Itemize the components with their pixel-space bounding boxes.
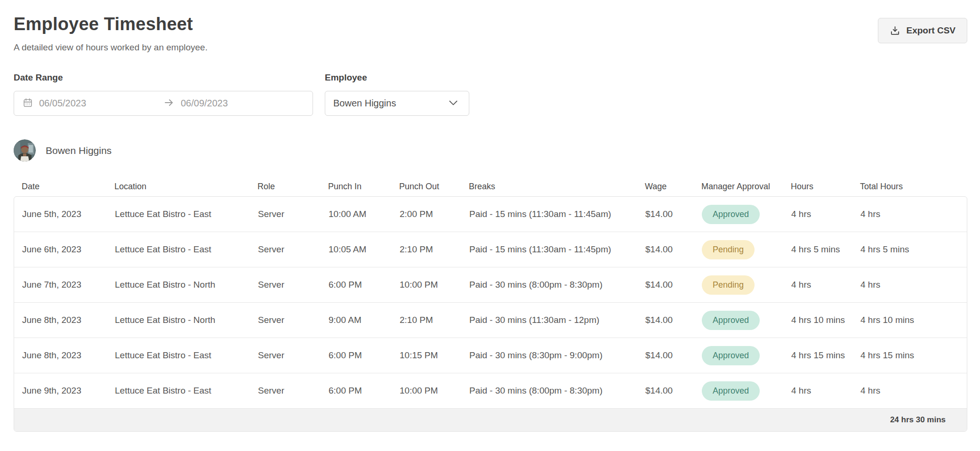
cell-punch-in: 10:05 AM [321,244,392,255]
cell-punch-in: 6:00 PM [321,386,392,396]
cell-date: June 5th, 2023 [14,209,107,219]
employee-timesheet-page: Employee Timesheet A detailed view of ho… [0,0,980,451]
cell-punch-in: 6:00 PM [321,280,392,290]
download-icon [890,25,900,36]
timesheet-table: Date Location Role Punch In Punch Out Br… [14,177,967,432]
cell-total-hours: 4 hrs [852,386,967,396]
cell-date: June 7th, 2023 [14,280,107,290]
start-date-value: 06/05/2023 [39,98,86,109]
employee-select[interactable]: Bowen Higgins [325,91,469,116]
approval-badge: Approved [702,381,760,401]
arrow-right-icon [163,97,175,110]
cell-punch-out: 10:00 PM [392,280,461,290]
approval-badge: Approved [702,205,760,224]
cell-date: June 8th, 2023 [14,350,107,361]
filters: Date Range 06/05/2023 [14,72,967,116]
col-header-breaks: Breaks [461,182,637,192]
page-subtitle: A detailed view of hours worked by an em… [14,42,208,53]
employee-select-value: Bowen Higgins [333,98,396,109]
cell-breaks: Paid - 15 mins (11:30am - 11:45pm) [461,244,637,255]
export-csv-label: Export CSV [906,25,956,36]
cell-wage: $14.00 [637,350,694,361]
cell-date: June 8th, 2023 [14,315,107,325]
cell-role: Server [250,244,321,255]
cell-date: June 6th, 2023 [14,244,107,255]
calendar-icon [23,97,33,110]
cell-total-hours: 4 hrs [852,280,967,290]
table-footer: 24 hrs 30 mins [14,409,967,431]
page-title: Employee Timesheet [14,14,208,34]
cell-location: Lettuce Eat Bistro - North [107,280,250,290]
table-row: June 8th, 2023 Lettuce Eat Bistro - Nort… [14,303,967,338]
cell-hours: 4 hrs [783,209,852,219]
cell-punch-in: 9:00 AM [321,315,392,325]
table-header-row: Date Location Role Punch In Punch Out Br… [14,177,967,196]
table-row: June 9th, 2023 Lettuce Eat Bistro - East… [14,373,967,409]
cell-breaks: Paid - 15 mins (11:30am - 11:45am) [461,209,637,219]
date-range-filter: Date Range 06/05/2023 [14,72,313,116]
cell-hours: 4 hrs 10 mins [783,315,852,325]
cell-breaks: Paid - 30 mins (8:00pm - 8:30pm) [461,280,637,290]
cell-punch-out: 10:00 PM [392,386,461,396]
cell-total-hours: 4 hrs 10 mins [852,315,967,325]
cell-punch-out: 2:10 PM [392,244,461,255]
cell-location: Lettuce Eat Bistro - East [107,209,250,219]
table-row: June 7th, 2023 Lettuce Eat Bistro - Nort… [14,267,967,303]
cell-total-hours: 4 hrs 5 mins [852,244,967,255]
cell-breaks: Paid - 30 mins (8:30pm - 9:00pm) [461,350,637,361]
cell-punch-out: 10:15 PM [392,350,461,361]
cell-wage: $14.00 [637,244,694,255]
cell-punch-in: 6:00 PM [321,350,392,361]
table-body: June 5th, 2023 Lettuce Eat Bistro - East… [14,196,967,432]
col-header-punch-out: Punch Out [391,182,461,192]
cell-hours: 4 hrs [783,280,852,290]
end-date-value: 06/09/2023 [181,98,228,109]
cell-location: Lettuce Eat Bistro - North [107,315,250,325]
cell-role: Server [250,350,321,361]
cell-punch-in: 10:00 AM [321,209,392,219]
cell-hours: 4 hrs [783,386,852,396]
col-header-wage: Wage [637,182,693,192]
col-header-manager-approval: Manager Approval [693,182,783,192]
approval-badge: Pending [702,275,755,295]
cell-wage: $14.00 [637,280,694,290]
export-csv-button[interactable]: Export CSV [878,18,967,43]
approval-badge: Approved [702,346,760,365]
cell-wage: $14.00 [637,209,694,219]
cell-location: Lettuce Eat Bistro - East [107,350,250,361]
cell-role: Server [250,315,321,325]
date-range-input[interactable]: 06/05/2023 06/09/2023 [14,91,313,116]
cell-hours: 4 hrs 15 mins [783,350,852,361]
date-range-label: Date Range [14,72,313,83]
cell-role: Server [250,280,321,290]
employee-header: Bowen Higgins [14,139,967,161]
cell-wage: $14.00 [637,315,694,325]
approval-badge: Approved [702,311,760,330]
end-date-field[interactable]: 06/09/2023 [163,97,304,110]
cell-punch-out: 2:00 PM [392,209,461,219]
cell-breaks: Paid - 30 mins (11:30am - 12pm) [461,315,637,325]
col-header-punch-in: Punch In [320,182,391,192]
cell-total-hours: 4 hrs [852,209,967,219]
employee-filter: Employee Bowen Higgins [325,72,469,116]
cell-location: Lettuce Eat Bistro - East [107,244,250,255]
approval-badge: Pending [702,240,755,259]
start-date-field[interactable]: 06/05/2023 [23,97,163,110]
col-header-role: Role [249,182,320,192]
total-hours-summary: 24 hrs 30 mins [890,415,946,425]
cell-location: Lettuce Eat Bistro - East [107,386,250,396]
col-header-date: Date [14,182,106,192]
avatar [14,139,36,161]
cell-breaks: Paid - 30 mins (8:00pm - 8:30pm) [461,386,637,396]
table-row: June 5th, 2023 Lettuce Eat Bistro - East… [14,197,967,232]
cell-wage: $14.00 [637,386,694,396]
employee-name: Bowen Higgins [46,145,112,156]
page-header-text: Employee Timesheet A detailed view of ho… [14,14,208,53]
employee-label: Employee [325,72,469,83]
table-row: June 6th, 2023 Lettuce Eat Bistro - East… [14,232,967,267]
cell-role: Server [250,386,321,396]
cell-role: Server [250,209,321,219]
cell-total-hours: 4 hrs 15 mins [852,350,967,361]
cell-date: June 9th, 2023 [14,386,107,396]
chevron-down-icon [447,97,459,111]
